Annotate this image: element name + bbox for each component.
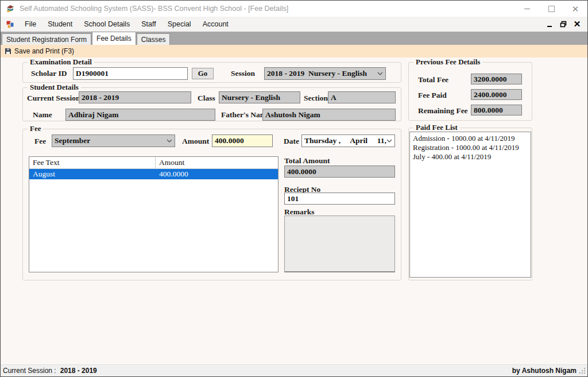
session-label: Session: [231, 67, 255, 79]
mdi-minimize-icon: [547, 26, 552, 27]
amount-label: Amount: [182, 135, 209, 147]
total-amount-field: 400.0000: [284, 166, 395, 178]
class-field: Nursery - English: [219, 91, 300, 103]
maximize-button[interactable]: [539, 1, 563, 17]
amount-input[interactable]: 400.0000: [212, 134, 273, 147]
date-picker[interactable]: Thursday , April 11, 20: [301, 134, 395, 147]
fee-grid-column-amount[interactable]: Amount: [156, 157, 278, 168]
fee-dropdown[interactable]: September: [52, 134, 175, 147]
go-button[interactable]: Go: [192, 68, 214, 79]
fee-grid-column-fee-text[interactable]: Fee Text: [29, 157, 156, 168]
remaining-fee-field: 800.0000: [471, 105, 522, 116]
fee-paid-field: 2400.0000: [471, 89, 522, 100]
chevron-down-icon: [167, 139, 172, 143]
minimize-icon: [524, 9, 530, 9]
session-dropdown[interactable]: 2018 - 2019 Nursery - English: [264, 67, 386, 80]
date-label: Date: [284, 135, 299, 147]
resize-grip-icon[interactable]: [579, 368, 585, 374]
tab-strip: Student Registration Form Fee Details Cl…: [1, 32, 587, 45]
group-title: Student Details: [28, 83, 81, 92]
name-label: Name: [33, 109, 52, 121]
minimize-button[interactable]: [515, 1, 539, 17]
current-session-field: 2018 - 2019: [79, 91, 191, 103]
menu-item-staff[interactable]: Staff: [136, 17, 161, 32]
session-dropdown-value: 2018 - 2019 Nursery - English: [267, 69, 367, 78]
previous-fee-details-group: Previous Fee Details Total Fee 3200.0000…: [408, 62, 532, 121]
fee-paid-label: Fee Paid: [418, 89, 447, 101]
examination-detail-group: Examination Detail Scholar ID D1900001 G…: [22, 62, 401, 83]
mdi-minimize-button[interactable]: [543, 17, 556, 32]
scholar-id-input[interactable]: D1900001: [73, 67, 188, 80]
fee-group: Fee Fee September Amount 400.0000 Date T…: [22, 129, 401, 280]
status-bar: Current Session : 2018 - 2019 by Ashutos…: [1, 364, 587, 376]
fee-label: Fee: [34, 135, 46, 147]
menu-item-special[interactable]: Special: [162, 17, 197, 32]
date-picker-value: Thursday , April 11, 20: [304, 136, 386, 145]
class-label: Class: [198, 92, 215, 104]
menu-item-student[interactable]: Student: [42, 17, 78, 32]
close-icon: ✕: [572, 5, 579, 13]
group-title: Fee: [28, 124, 43, 133]
group-title: Examination Detail: [28, 57, 94, 67]
fee-grid[interactable]: Fee Text Amount August 400.0000: [29, 156, 278, 272]
remarks-input[interactable]: [284, 216, 395, 272]
student-details-group: Student Details Current Session 2018 - 2…: [22, 87, 401, 121]
save-and-print-button[interactable]: Save and Print (F3): [14, 47, 74, 55]
current-session-label: Current Session: [27, 92, 80, 104]
menu-item-file[interactable]: File: [19, 17, 42, 32]
paid-fee-listbox[interactable]: Admission - 1000.00 at 4/11/2019 Registr…: [409, 132, 531, 278]
table-row[interactable]: August 400.0000: [29, 169, 278, 179]
status-session-value: 2018 - 2019: [60, 367, 97, 375]
fee-text-cell: August: [29, 169, 156, 179]
receipt-no-input[interactable]: 101: [284, 193, 395, 205]
toolbar: Save and Print (F3): [1, 45, 587, 57]
app-icon: [6, 4, 15, 13]
menu-bar: File Student School Details Staff Specia…: [1, 17, 587, 32]
chevron-down-icon: [377, 72, 383, 75]
form-icon: [6, 20, 14, 29]
scholar-id-label: Scholar ID: [31, 67, 67, 79]
name-field: Adhiraj Nigam: [65, 109, 215, 121]
paid-fee-list-group: Paid Fee List Admission - 1000.00 at 4/1…: [408, 128, 532, 280]
status-session-label: Current Session :: [3, 367, 56, 375]
fee-grid-header: Fee Text Amount: [29, 157, 278, 169]
section-label: Section: [304, 92, 328, 104]
menu-item-school-details[interactable]: School Details: [78, 17, 136, 32]
mdi-restore-icon: [560, 21, 567, 28]
list-item[interactable]: Registration - 1000.00 at 4/11/2019: [413, 143, 528, 152]
father-name-field: Ashutosh Nigam: [262, 109, 396, 121]
list-item[interactable]: Admission - 1000.00 at 4/11/2019: [413, 134, 528, 143]
maximize-icon: [548, 6, 555, 12]
window-controls: ✕: [515, 1, 587, 17]
total-fee-field: 3200.0000: [471, 74, 522, 84]
mdi-close-icon: ✕: [574, 19, 581, 29]
group-title: Paid Fee List: [413, 123, 460, 132]
section-field: A: [328, 91, 396, 103]
title-bar: Self Automated Schooling System (SASS)- …: [1, 1, 587, 17]
amount-cell: 400.0000: [156, 169, 278, 179]
total-fee-label: Total Fee: [418, 74, 448, 86]
group-title: Previous Fee Details: [413, 57, 482, 67]
total-amount-label: Total Amount: [284, 155, 330, 167]
tab-fee-details[interactable]: Fee Details: [92, 32, 136, 45]
mdi-restore-button[interactable]: [556, 17, 570, 32]
close-button[interactable]: ✕: [563, 1, 587, 17]
menu-item-account[interactable]: Account: [197, 17, 234, 32]
list-item[interactable]: July - 400.00 at 4/11/2019: [413, 152, 528, 161]
remaining-fee-label: Remaining Fee: [418, 105, 468, 117]
save-icon: [5, 48, 11, 55]
fee-dropdown-value: September: [55, 136, 90, 145]
chevron-down-icon: [386, 139, 392, 143]
tab-student-registration-form[interactable]: Student Registration Form: [2, 33, 91, 45]
status-author: by Ashutosh Nigam: [512, 367, 577, 375]
application-window: Self Automated Schooling System (SASS)- …: [0, 0, 588, 377]
window-title: Self Automated Schooling System (SASS)- …: [20, 5, 288, 13]
mdi-close-button[interactable]: ✕: [570, 17, 584, 32]
tab-classes[interactable]: Classes: [137, 33, 171, 45]
mdi-window-controls: ✕: [543, 17, 587, 32]
